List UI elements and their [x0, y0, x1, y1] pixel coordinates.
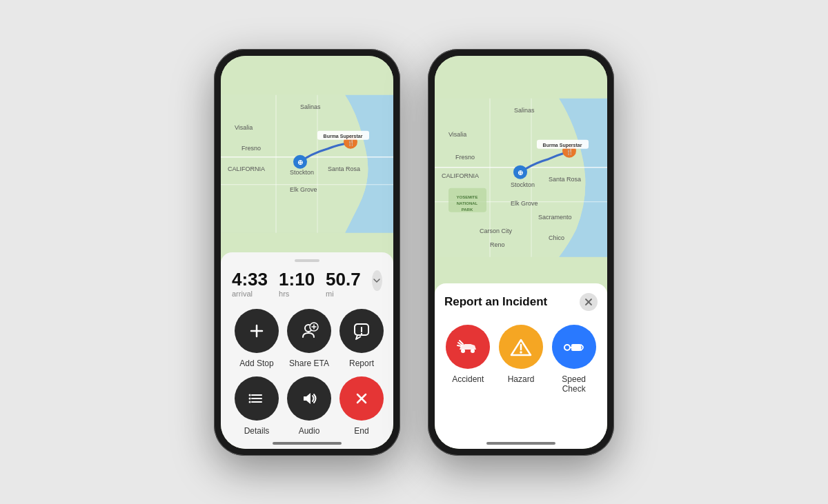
- home-indicator-1: [273, 442, 342, 445]
- end-label: End: [354, 426, 368, 436]
- report-label: Report: [349, 359, 374, 368]
- home-indicator-2: [486, 442, 555, 445]
- speed-check-label: Speed Check: [550, 374, 598, 394]
- svg-text:Salinas: Salinas: [300, 103, 321, 110]
- incident-close-button[interactable]: [580, 293, 598, 311]
- svg-text:Elk Grove: Elk Grove: [511, 199, 538, 206]
- incident-panel-header: Report an Incident: [444, 293, 598, 311]
- duration-label: hrs: [279, 290, 315, 298]
- share-eta-label: Share ETA: [289, 359, 329, 368]
- speed-check-icon-circle: [552, 325, 596, 369]
- svg-point-31: [249, 397, 251, 399]
- duration: 1:10 hrs: [279, 270, 315, 298]
- report-icon-circle: [339, 309, 384, 353]
- accident-icon-circle: [446, 325, 490, 369]
- report-button[interactable]: Report: [339, 309, 384, 368]
- share-eta-icon-circle: [287, 309, 331, 353]
- map-area-2: YOSEMITE NATIONAL PARK ⊕ 🍴 Visalia Salin…: [435, 56, 607, 299]
- accident-button[interactable]: Accident: [444, 325, 492, 394]
- duration-value: 1:10: [279, 270, 315, 288]
- audio-label: Audio: [299, 426, 320, 436]
- nav-info-row: 4:33 arrival 1:10 hrs 50.7 mi: [232, 270, 382, 298]
- svg-text:Stockton: Stockton: [511, 181, 535, 188]
- svg-text:PARK: PARK: [462, 207, 473, 211]
- audio-icon-circle: [287, 376, 331, 421]
- action-buttons-grid: Add Stop: [232, 309, 382, 436]
- hazard-label: Hazard: [508, 374, 535, 384]
- svg-point-68: [564, 345, 570, 350]
- svg-point-26: [361, 332, 362, 334]
- distance-label: mi: [326, 290, 361, 298]
- distance-value: 50.7: [326, 270, 361, 288]
- arrival-label: arrival: [232, 290, 268, 298]
- svg-text:⊕: ⊕: [297, 158, 303, 165]
- svg-text:Stockton: Stockton: [290, 168, 314, 175]
- svg-text:Chico: Chico: [549, 234, 564, 241]
- svg-text:CALIFORNIA: CALIFORNIA: [228, 165, 265, 172]
- svg-text:Visalia: Visalia: [448, 130, 466, 137]
- svg-text:Salinas: Salinas: [514, 106, 535, 113]
- svg-point-63: [461, 349, 465, 353]
- end-icon-circle: [339, 376, 384, 421]
- details-icon-circle: [235, 376, 279, 421]
- svg-point-66: [520, 351, 522, 354]
- svg-text:YOSEMITE: YOSEMITE: [456, 194, 477, 199]
- svg-text:Burma Superstar: Burma Superstar: [324, 133, 363, 139]
- svg-text:⊕: ⊕: [518, 168, 523, 176]
- end-button[interactable]: End: [339, 376, 384, 436]
- svg-text:Reno: Reno: [490, 241, 505, 248]
- audio-button[interactable]: Audio: [287, 376, 331, 436]
- map-area-1: ⊕ 🍴 Visalia Salinas Fresno CALIFORNIA St…: [221, 56, 393, 272]
- hazard-button[interactable]: Hazard: [497, 325, 545, 394]
- incident-title: Report an Incident: [444, 295, 547, 309]
- svg-text:CALIFORNIA: CALIFORNIA: [442, 172, 479, 179]
- details-button[interactable]: Details: [235, 376, 279, 436]
- svg-text:Elk Grove: Elk Grove: [290, 185, 317, 192]
- svg-text:Visalia: Visalia: [235, 123, 253, 130]
- incident-options-grid: Accident Hazard: [444, 325, 598, 394]
- details-label: Details: [244, 426, 270, 436]
- arrival-value: 4:33: [232, 270, 268, 288]
- svg-text:Fresno: Fresno: [455, 153, 475, 160]
- speed-check-button[interactable]: Speed Check: [550, 325, 598, 394]
- svg-point-30: [249, 394, 251, 396]
- chevron-button[interactable]: [372, 270, 382, 291]
- phone-2: YOSEMITE NATIONAL PARK ⊕ 🍴 Visalia Salin…: [428, 49, 614, 456]
- arrival-time: 4:33 arrival: [232, 270, 268, 298]
- svg-text:Santa Rosa: Santa Rosa: [328, 165, 360, 172]
- hazard-icon-circle: [499, 325, 543, 369]
- phone-1: ⊕ 🍴 Visalia Salinas Fresno CALIFORNIA St…: [214, 49, 400, 456]
- svg-rect-67: [571, 344, 581, 351]
- sheet-handle: [295, 259, 319, 262]
- distance: 50.7 mi: [326, 270, 361, 298]
- accident-label: Accident: [452, 374, 484, 384]
- svg-text:Santa Rosa: Santa Rosa: [549, 175, 581, 182]
- svg-point-64: [471, 349, 475, 353]
- add-stop-label: Add Stop: [239, 359, 273, 368]
- svg-text:Carson City: Carson City: [480, 227, 513, 234]
- svg-text:Fresno: Fresno: [241, 144, 261, 151]
- add-stop-icon-circle: [235, 309, 279, 353]
- incident-panel: Report an Incident: [435, 283, 607, 448]
- add-stop-button[interactable]: Add Stop: [235, 309, 279, 368]
- navigation-bottom-sheet: 4:33 arrival 1:10 hrs 50.7 mi: [221, 252, 393, 449]
- svg-text:Sacramento: Sacramento: [538, 213, 572, 220]
- svg-text:NATIONAL: NATIONAL: [457, 201, 478, 205]
- share-eta-button[interactable]: Share ETA: [287, 309, 331, 368]
- svg-point-32: [249, 401, 251, 403]
- svg-text:Burma Superstar: Burma Superstar: [543, 142, 582, 148]
